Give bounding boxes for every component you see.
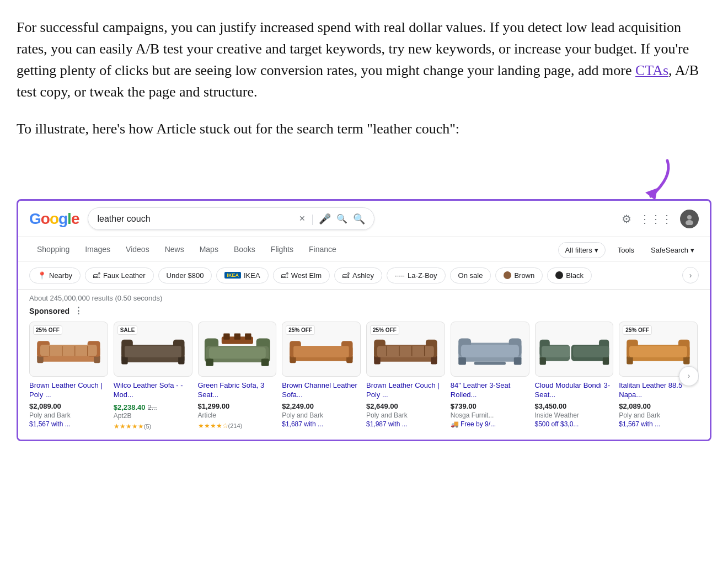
tab-books[interactable]: Books (226, 239, 263, 261)
google-search-bar[interactable]: leather couch ✕ | 🎤 🔍 🔍 (88, 207, 374, 230)
tab-images[interactable]: Images (77, 239, 118, 261)
product-shipping-6[interactable]: $500 off $3,0... (535, 420, 614, 428)
chip-ikea[interactable]: IKEA IKEA (216, 267, 268, 283)
cta-link[interactable]: CTAs (635, 62, 668, 78)
apps-icon[interactable]: ⋮⋮⋮ (639, 212, 672, 226)
product-shipping-4[interactable]: $1,987 with ... (366, 420, 445, 428)
svg-marker-0 (645, 188, 657, 200)
product-shipping-3[interactable]: $1,687 with ... (282, 420, 361, 428)
sale-badge-1: SALE (117, 325, 138, 335)
product-title-3[interactable]: Brown Channel Leather Sofa... (282, 381, 361, 400)
tools-button[interactable]: Tools (611, 243, 641, 258)
arrow-icon (634, 155, 678, 205)
chevron-down-icon-safesearch: ▾ (690, 246, 694, 254)
product-price-2: $1,299.00 (198, 402, 277, 410)
header-right-icons: ⚙ ⋮⋮⋮ (622, 210, 699, 228)
product-price-0: $2,089.00 (29, 402, 108, 410)
product-card-0[interactable]: 25% OFF (29, 322, 108, 431)
svg-rect-18 (125, 346, 181, 357)
chip-lazboy[interactable]: ····· La-Z-Boy (387, 267, 446, 283)
microphone-icon[interactable]: 🎤 (319, 213, 331, 225)
product-shipping-5[interactable]: 🚚 Free by 9/... (451, 420, 529, 428)
product-seller-2: Article (198, 411, 277, 419)
svg-rect-50 (461, 345, 519, 357)
product-stars-2: ★★★★☆(214) (198, 420, 277, 430)
tab-shopping[interactable]: Shopping (29, 239, 77, 261)
safesearch-button[interactable]: SafeSearch ▾ (646, 243, 699, 258)
product-image-5 (451, 322, 529, 377)
product-price-5: $739.00 (451, 402, 529, 410)
product-title-0[interactable]: Brown Leather Couch | Poly ... (29, 381, 108, 400)
arrow-container (17, 155, 711, 205)
svg-rect-26 (223, 333, 229, 339)
tab-videos[interactable]: Videos (118, 239, 157, 261)
product-title-1[interactable]: Wilco Leather Sofa - - Mod... (114, 381, 192, 400)
product-title-5[interactable]: 84" Leather 3-Seat Rolled... (451, 381, 529, 400)
discount-badge-7: 25% OFF (623, 325, 652, 335)
user-avatar[interactable] (680, 210, 699, 228)
product-card-4[interactable]: 25% OFF (366, 322, 445, 431)
products-wrapper: 25% OFF (29, 322, 699, 431)
svg-rect-34 (293, 346, 349, 357)
product-image-0: 25% OFF (29, 322, 108, 377)
discount-badge-4: 25% OFF (370, 325, 399, 335)
paragraph-text: For successful campaigns, you can justif… (17, 19, 689, 78)
svg-rect-54 (539, 357, 545, 365)
chip-under-800[interactable]: Under $800 (158, 267, 212, 283)
chip-onsale[interactable]: On sale (450, 267, 491, 283)
product-shipping-0[interactable]: $1,567 with ... (29, 420, 108, 428)
svg-rect-24 (208, 347, 265, 359)
nearby-icon: 📍 (38, 271, 46, 280)
svg-point-2 (686, 220, 693, 225)
brown-color-dot (504, 271, 511, 279)
product-price-6: $3,450.00 (535, 402, 614, 410)
refinement-chips-row: 📍 Nearby 🛋 Faux Leather Under $800 IKEA … (18, 261, 710, 290)
tab-maps[interactable]: Maps (192, 239, 226, 261)
product-card-2[interactable]: Green Fabric Sofa, 3 Seat... $1,299.00 A… (198, 322, 277, 431)
svg-rect-22 (206, 358, 213, 366)
chip-faux-leather[interactable]: 🛋 Faux Leather (85, 267, 154, 283)
svg-rect-65 (629, 346, 687, 357)
google-logo: Google (29, 210, 79, 228)
google-lens-icon[interactable]: 🔍 (336, 213, 347, 224)
chip-black[interactable]: Black (547, 267, 592, 283)
product-card-6[interactable]: Cloud Modular Bondi 3-Seat... $3,450.00 … (535, 322, 614, 431)
product-shipping-7[interactable]: $1,567 with ... (619, 420, 698, 428)
tab-finance[interactable]: Finance (301, 239, 344, 261)
settings-icon[interactable]: ⚙ (622, 212, 631, 226)
product-price-7: $2,089.00 (619, 402, 698, 410)
svg-rect-23 (261, 358, 269, 366)
product-card-3[interactable]: 25% OFF Brown Channel Leather Sofa... $2… (282, 322, 361, 431)
svg-rect-58 (541, 346, 569, 357)
product-title-2[interactable]: Green Fabric Sofa, 3 Seat... (198, 381, 277, 400)
svg-rect-51 (474, 362, 506, 365)
all-filters-button[interactable]: All filters ▾ (558, 242, 606, 258)
sponsored-info-icon[interactable]: ⋮ (74, 306, 83, 316)
product-title-4[interactable]: Brown Leather Couch | Poly ... (366, 381, 445, 400)
clear-search-icon[interactable]: ✕ (299, 214, 306, 223)
svg-rect-47 (514, 357, 522, 365)
paragraph-2-text: To illustrate, here's how Article stuck … (17, 121, 459, 137)
ikea-logo: IKEA (224, 272, 241, 279)
products-next-button[interactable]: › (679, 366, 699, 386)
divider: | (311, 212, 313, 225)
black-color-dot (555, 271, 563, 279)
product-card-1[interactable]: SALE Wilco Leather Sofa - - Mod... $2,23 (114, 322, 192, 431)
discount-badge-3: 25% OFF (286, 325, 315, 335)
product-title-6[interactable]: Cloud Modular Bondi 3-Seat... (535, 381, 614, 400)
product-image-2 (198, 322, 277, 377)
chip-ashley[interactable]: 🛋 Ashley (334, 267, 382, 283)
search-submit-icon[interactable]: 🔍 (353, 213, 365, 225)
product-seller-1: Apt2B (114, 412, 192, 420)
chip-brown[interactable]: Brown (495, 267, 543, 283)
chips-next-button[interactable]: › (682, 267, 699, 283)
chip-west-elm[interactable]: 🛋 West Elm (273, 267, 330, 283)
tab-right-controls: All filters ▾ Tools SafeSearch ▾ (558, 242, 699, 258)
product-card-5[interactable]: 84" Leather 3-Seat Rolled... $739.00 Nos… (451, 322, 529, 431)
tab-flights[interactable]: Flights (263, 239, 301, 261)
tab-news[interactable]: News (157, 239, 192, 261)
product-image-1: SALE (114, 322, 192, 377)
google-header: Google leather couch ✕ | 🎤 🔍 🔍 ⚙ ⋮⋮⋮ (18, 201, 710, 237)
chip-nearby[interactable]: 📍 Nearby (29, 267, 81, 283)
product-seller-3: Poly and Bark (282, 411, 361, 419)
